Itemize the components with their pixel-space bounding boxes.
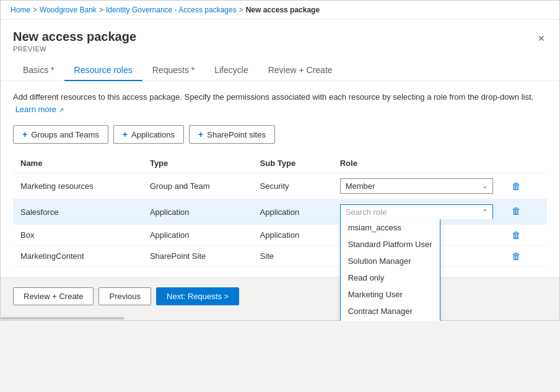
panel-title: New access package: [13, 30, 136, 44]
previous-button[interactable]: Previous: [98, 287, 151, 305]
main-window: Home > Woodgrove Bank > Identity Governa…: [0, 0, 560, 321]
breadcrumb-woodgrove[interactable]: Woodgrove Bank: [40, 6, 97, 14]
row-actions-marketing: 🗑: [501, 173, 547, 199]
description: Add different resources to this access p…: [13, 91, 547, 115]
role-dropdown-salesforce: Search role ⌃ msiam_access Standard Plat…: [340, 204, 493, 219]
breadcrumb-current: New access package: [246, 6, 320, 14]
tab-resource-roles[interactable]: Resource roles: [64, 60, 142, 81]
dropdown-item[interactable]: Standard Platform User: [341, 236, 440, 253]
add-groups-teams-label: Groups and Teams: [31, 130, 99, 139]
delete-icon-box[interactable]: 🗑: [508, 229, 525, 242]
scrollbar-thumb[interactable]: [1, 317, 125, 320]
external-link-icon: ↗: [59, 107, 64, 113]
table-row: Box Application Application 🗑: [13, 225, 547, 246]
table-row: Salesforce Application Application Searc…: [13, 199, 547, 225]
row-type-box: Application: [142, 225, 253, 246]
tab-bar: Basics * Resource roles Requests * Lifec…: [1, 53, 559, 81]
table-row: MarketingContent SharePoint Site Site 🗑: [13, 246, 547, 267]
row-name-marketingcontent: MarketingContent: [13, 246, 142, 267]
panel-preview-label: PREVIEW: [13, 45, 136, 53]
add-buttons-row: + Groups and Teams + Applications + Shar…: [13, 125, 547, 144]
tab-requests[interactable]: Requests *: [142, 60, 204, 81]
add-applications-label: Applications: [131, 130, 175, 139]
breadcrumb-sep-2: >: [99, 6, 103, 14]
row-subtype-marketingcontent: Site: [253, 246, 333, 267]
row-type-salesforce: Application: [142, 199, 253, 225]
dropdown-item[interactable]: Contract Manager: [341, 303, 440, 320]
breadcrumb-identity-governance[interactable]: Identity Governance - Access packages: [106, 6, 237, 14]
row-actions-marketingcontent: 🗑: [501, 246, 547, 267]
review-create-button[interactable]: Review + Create: [13, 287, 94, 305]
row-role-salesforce: Search role ⌃ msiam_access Standard Plat…: [333, 199, 501, 225]
row-actions-salesforce: 🗑: [501, 199, 547, 225]
close-button[interactable]: ×: [535, 30, 547, 48]
row-subtype-salesforce: Application: [253, 199, 333, 225]
breadcrumb: Home > Woodgrove Bank > Identity Governa…: [1, 1, 559, 20]
tab-review-create[interactable]: Review + Create: [258, 60, 343, 81]
scrollbar-area: [1, 315, 559, 320]
resources-table: Name Type Sub Type Role Marketing resour…: [13, 154, 547, 267]
col-header-role: Role: [333, 154, 501, 173]
row-type-marketing: Group and Team: [142, 173, 253, 199]
dropdown-item[interactable]: Marketing User: [341, 286, 440, 303]
row-actions-box: 🗑: [501, 225, 547, 246]
role-select-value-marketing: Member: [346, 181, 375, 191]
dropdown-item[interactable]: Chatter Moderator User: [341, 320, 440, 321]
content-area: Add different resources to this access p…: [1, 81, 559, 277]
breadcrumb-sep-1: >: [33, 6, 37, 14]
col-header-subtype: Sub Type: [253, 154, 333, 173]
plus-icon-groups: +: [22, 129, 27, 139]
row-name-marketing: Marketing resources: [13, 173, 142, 199]
col-header-name: Name: [13, 154, 142, 173]
tab-basics[interactable]: Basics *: [13, 60, 64, 81]
row-role-marketing: Member ⌄: [333, 173, 501, 199]
delete-icon-marketingcontent[interactable]: 🗑: [508, 250, 525, 263]
breadcrumb-sep-3: >: [239, 6, 243, 14]
breadcrumb-home[interactable]: Home: [11, 6, 30, 14]
row-subtype-marketing: Security: [253, 173, 333, 199]
delete-icon-salesforce[interactable]: 🗑: [508, 204, 525, 217]
dropdown-item[interactable]: Read only: [341, 269, 440, 286]
add-sharepoint-button[interactable]: + SharePoint sites: [189, 125, 275, 144]
add-applications-button[interactable]: + Applications: [113, 125, 184, 144]
role-select-marketing[interactable]: Member ⌄: [340, 178, 493, 194]
dropdown-item[interactable]: Solution Manager: [341, 253, 440, 269]
description-text: Add different resources to this access p…: [13, 92, 533, 102]
tab-lifecycle[interactable]: Lifecycle: [204, 60, 258, 81]
plus-icon-applications: +: [123, 129, 128, 139]
delete-icon-marketing[interactable]: 🗑: [508, 180, 525, 193]
search-role-placeholder: Search role: [346, 207, 387, 217]
learn-more-link[interactable]: Learn more: [15, 105, 56, 114]
plus-icon-sharepoint: +: [198, 129, 203, 139]
row-subtype-box: Application: [253, 225, 333, 246]
dropdown-item[interactable]: msiam_access: [341, 219, 440, 236]
add-sharepoint-label: SharePoint sites: [207, 130, 266, 139]
search-role-input[interactable]: Search role ⌃: [340, 204, 493, 219]
chevron-down-icon: ⌄: [482, 182, 488, 190]
next-button[interactable]: Next: Requests >: [156, 287, 239, 305]
chevron-up-icon: ⌃: [482, 208, 488, 216]
row-type-marketingcontent: SharePoint Site: [142, 246, 253, 267]
row-name-salesforce: Salesforce: [13, 199, 142, 225]
add-groups-teams-button[interactable]: + Groups and Teams: [13, 125, 108, 144]
row-name-box: Box: [13, 225, 142, 246]
table-row: Marketing resources Group and Team Secur…: [13, 173, 547, 199]
panel-header: New access package PREVIEW ×: [1, 20, 559, 53]
col-header-actions: [501, 154, 547, 173]
col-header-type: Type: [142, 154, 253, 173]
role-dropdown-menu: msiam_access Standard Platform User Solu…: [340, 219, 441, 321]
footer: Review + Create Previous Next: Requests …: [1, 277, 559, 315]
